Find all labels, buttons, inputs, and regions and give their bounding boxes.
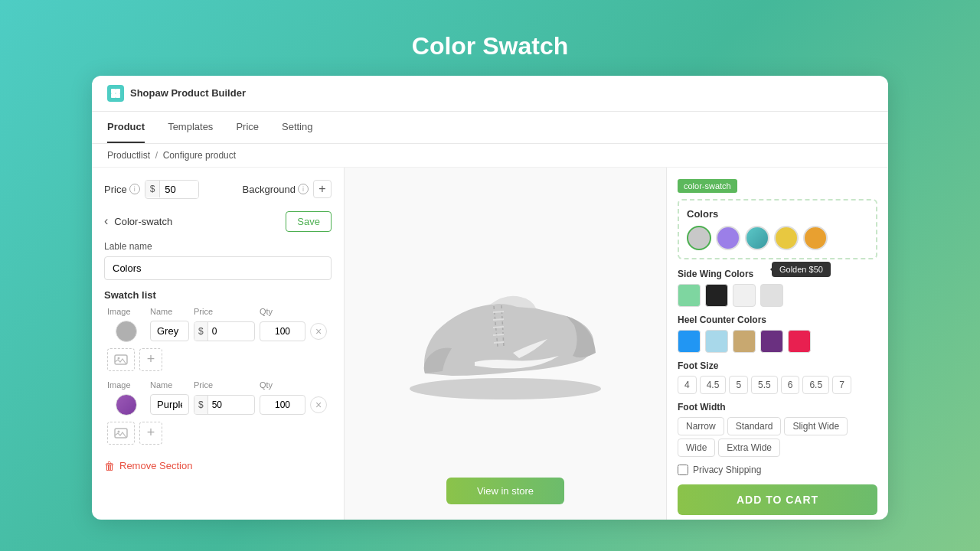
heel-counter-section: Heel Counter Colors bbox=[678, 315, 877, 353]
width-wide[interactable]: Wide bbox=[678, 439, 715, 457]
center-panel: View in store bbox=[345, 168, 666, 520]
back-button[interactable]: ‹ bbox=[104, 214, 108, 228]
foot-size-title: Foot Size bbox=[678, 360, 877, 371]
shoe-image bbox=[383, 240, 628, 408]
color-swatch-grey[interactable] bbox=[687, 226, 711, 250]
color-swatch-teal[interactable] bbox=[745, 226, 769, 250]
swatch-image-row-purple: + bbox=[104, 422, 332, 445]
side-wing-green[interactable] bbox=[678, 284, 701, 307]
swatch-color-purple[interactable] bbox=[116, 394, 137, 416]
nav-setting[interactable]: Setting bbox=[282, 112, 312, 143]
swatch-color-grey[interactable] bbox=[116, 321, 137, 342]
swatch-price-grey[interactable] bbox=[208, 322, 237, 341]
swatch-qty-grey[interactable] bbox=[260, 321, 305, 341]
swatch-currency-grey: $ bbox=[194, 322, 208, 341]
swatch-name-purple[interactable] bbox=[150, 394, 189, 415]
app-logo bbox=[107, 85, 124, 102]
breadcrumb-parent[interactable]: Productlist bbox=[107, 150, 150, 161]
swatch-table-header-2: Image Name Price Qty bbox=[104, 380, 332, 390]
swatch-qty-purple[interactable] bbox=[260, 395, 305, 415]
save-button[interactable]: Save bbox=[286, 211, 332, 232]
col-price-2: Price bbox=[194, 380, 255, 390]
main-content: Price i $ Background i + bbox=[92, 168, 888, 520]
swatch-currency-purple: $ bbox=[194, 396, 208, 414]
app-nav: Product Templates Price Setting bbox=[92, 112, 888, 144]
heel-purple[interactable] bbox=[760, 330, 783, 353]
svg-point-5 bbox=[118, 357, 120, 359]
col-image-2: Image bbox=[107, 380, 145, 390]
colors-section-title: Colors bbox=[687, 208, 868, 220]
bg-info-icon[interactable]: i bbox=[298, 184, 309, 194]
color-swatch-orange[interactable] bbox=[803, 226, 828, 250]
side-wing-lightgrey[interactable]: Golden $50 bbox=[760, 284, 783, 307]
side-wing-black[interactable] bbox=[705, 284, 728, 307]
foot-size-section: Foot Size 4 4.5 5 5.5 6 6.5 7 bbox=[678, 360, 877, 394]
breadcrumb-current: Configure product bbox=[163, 150, 236, 161]
svg-line-11 bbox=[493, 327, 504, 328]
app-header: Shopaw Product Builder bbox=[92, 76, 888, 112]
svg-rect-3 bbox=[116, 93, 120, 98]
size-5-5[interactable]: 5.5 bbox=[751, 376, 778, 394]
width-standard[interactable]: Standard bbox=[727, 417, 782, 435]
col-qty-2: Qty bbox=[260, 380, 305, 390]
price-input[interactable] bbox=[160, 181, 198, 198]
col-price: Price bbox=[194, 307, 255, 316]
add-purple-image-button[interactable]: + bbox=[139, 422, 162, 445]
golden-tooltip: Golden $50 bbox=[772, 262, 831, 277]
width-narrow[interactable]: Narrow bbox=[678, 417, 724, 435]
nav-product[interactable]: Product bbox=[107, 112, 145, 143]
side-wing-swatches: Golden $50 bbox=[678, 284, 877, 307]
size-4[interactable]: 4 bbox=[678, 376, 697, 394]
privacy-row: Privacy Shipping bbox=[678, 465, 877, 475]
col-name: Name bbox=[150, 307, 189, 316]
size-5[interactable]: 5 bbox=[729, 376, 748, 394]
swatch-image-placeholder-purple[interactable] bbox=[107, 422, 135, 445]
nav-templates[interactable]: Templates bbox=[168, 112, 213, 143]
size-7[interactable]: 7 bbox=[832, 376, 851, 394]
heel-red[interactable] bbox=[788, 330, 811, 353]
color-swatches bbox=[687, 226, 868, 250]
foot-size-options: 4 4.5 5 5.5 6 6.5 7 bbox=[678, 376, 877, 394]
width-slight-wide[interactable]: Slight Wide bbox=[784, 417, 848, 435]
nav-price[interactable]: Price bbox=[236, 112, 259, 143]
section-header: ‹ Color-swatch Save bbox=[104, 211, 332, 232]
size-6-5[interactable]: 6.5 bbox=[802, 376, 829, 394]
heel-counter-title: Heel Counter Colors bbox=[678, 315, 877, 325]
swatch-price-purple[interactable] bbox=[208, 396, 237, 414]
size-6[interactable]: 6 bbox=[781, 376, 800, 394]
heel-tan[interactable] bbox=[733, 330, 756, 353]
remove-grey-button[interactable]: × bbox=[310, 323, 327, 340]
color-swatch-yellow[interactable] bbox=[774, 226, 799, 250]
width-extra-wide[interactable]: Extra Wide bbox=[718, 439, 780, 457]
swatch-table-header: Image Name Price Qty bbox=[104, 307, 332, 316]
swatch-list-title: Swatch list bbox=[104, 289, 332, 301]
side-wing-white[interactable] bbox=[733, 284, 756, 307]
swatch-name-grey[interactable] bbox=[150, 321, 189, 341]
svg-line-13 bbox=[494, 342, 504, 343]
remove-purple-button[interactable]: × bbox=[310, 396, 327, 413]
svg-line-12 bbox=[493, 334, 504, 335]
remove-section[interactable]: 🗑 Remove Section bbox=[104, 460, 332, 472]
label-name-input[interactable] bbox=[104, 256, 332, 280]
heel-lightblue[interactable] bbox=[705, 330, 728, 353]
heel-blue[interactable] bbox=[678, 330, 701, 353]
add-to-cart-button[interactable]: ADD TO CART bbox=[678, 484, 877, 515]
view-in-store-button[interactable]: View in store bbox=[446, 478, 564, 504]
remove-section-label: Remove Section bbox=[119, 460, 192, 471]
swatch-image-placeholder-grey[interactable] bbox=[107, 348, 135, 371]
swatch-row-grey: $ × bbox=[104, 321, 332, 342]
col-image: Image bbox=[107, 307, 145, 316]
svg-point-8 bbox=[410, 378, 601, 399]
currency-symbol: $ bbox=[145, 181, 161, 197]
privacy-checkbox[interactable] bbox=[678, 465, 688, 475]
price-info-icon[interactable]: i bbox=[129, 184, 140, 194]
foot-width-section: Foot Width Narrow Standard Slight Wide W… bbox=[678, 402, 877, 457]
bg-add-button[interactable]: + bbox=[313, 180, 332, 198]
color-swatch-purple[interactable] bbox=[716, 226, 740, 250]
size-4-5[interactable]: 4.5 bbox=[700, 376, 727, 394]
svg-rect-2 bbox=[111, 93, 116, 98]
price-field: Price i $ bbox=[104, 180, 199, 199]
add-grey-image-button[interactable]: + bbox=[139, 348, 162, 371]
swatch-price-grey-wrap: $ bbox=[194, 321, 255, 341]
trash-icon: 🗑 bbox=[104, 460, 115, 472]
